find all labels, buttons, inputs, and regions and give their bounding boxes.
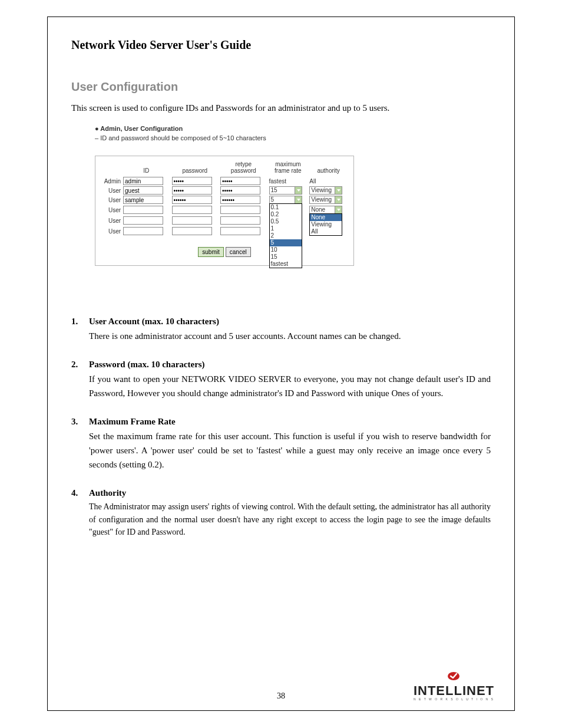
chevron-down-icon[interactable] — [335, 186, 342, 195]
dropdown-option[interactable]: 2 — [270, 232, 302, 239]
screenshot-heading: ● Admin, User Configuration — [95, 125, 354, 132]
col-maxrate: maximumframe rate — [268, 161, 309, 176]
id-input[interactable] — [123, 216, 163, 225]
row-label: User — [100, 205, 122, 215]
brand-tagline: N E T W O R K S O L U T I O N S — [414, 697, 494, 701]
item-body: There is one administrator account and 5… — [89, 329, 491, 343]
table-row: UserNoneNoneViewingAll — [100, 205, 349, 215]
list-item: 4.AuthorityThe Administrator may assign … — [71, 488, 491, 539]
password-input[interactable] — [172, 206, 212, 214]
dropdown-option[interactable]: 0.1 — [270, 204, 302, 211]
password-input[interactable] — [172, 227, 212, 235]
row-label: User — [100, 195, 122, 205]
id-input[interactable] — [123, 227, 163, 235]
dropdown-option[interactable]: 0.5 — [270, 218, 302, 225]
frame-rate-select[interactable]: 15 — [269, 186, 302, 195]
item-body: If you want to open your NETWORK VIDEO S… — [89, 372, 491, 400]
password-input[interactable] — [172, 177, 212, 185]
retype-password-input[interactable] — [220, 206, 260, 214]
chevron-down-icon[interactable] — [335, 206, 342, 214]
id-input[interactable] — [123, 177, 163, 185]
col-authority: authority — [308, 161, 349, 176]
section-title: User Configuration — [71, 80, 491, 94]
item-number: 4. — [71, 488, 78, 498]
config-panel: ID password retypepassword maximumframe … — [95, 156, 354, 266]
embedded-screenshot: ● Admin, User Configuration – ID and pas… — [95, 125, 354, 266]
retype-password-input[interactable] — [220, 216, 260, 225]
brand-name: INTELLINET — [414, 684, 494, 697]
dropdown-option[interactable]: Viewing — [310, 221, 342, 228]
screenshot-subtext: – ID and password should be composed of … — [95, 134, 354, 141]
list-item: 1.User Account (max. 10 characters)There… — [71, 317, 491, 343]
dropdown-option[interactable]: 1 — [270, 225, 302, 232]
retype-password-input[interactable] — [220, 186, 260, 195]
row-label: User — [100, 215, 122, 226]
logo-mark-icon — [447, 671, 460, 681]
row-label: User — [100, 186, 122, 195]
submit-button[interactable]: submit — [198, 247, 223, 257]
col-retype: retypepassword — [219, 161, 267, 176]
item-number: 2. — [71, 360, 78, 370]
list-item: 3.Maximum Frame RateSet the maximum fram… — [71, 417, 491, 472]
authority-select[interactable]: NoneNoneViewingAll — [309, 206, 342, 214]
dropdown-option[interactable]: 10 — [270, 246, 302, 253]
cancel-button[interactable]: cancel — [226, 247, 251, 257]
id-input[interactable] — [123, 206, 163, 214]
frame-rate-select[interactable]: 50.10.20.51251015fastest — [269, 196, 302, 204]
retype-password-input[interactable] — [220, 177, 260, 185]
col-password: password — [171, 161, 219, 176]
row-label: User — [100, 226, 122, 236]
item-body: Set the maximum frame rate for this user… — [89, 429, 491, 472]
dropdown-option[interactable]: 5 — [270, 239, 302, 246]
chevron-down-icon[interactable] — [295, 196, 302, 204]
authority-dropdown-list[interactable]: NoneViewingAll — [309, 213, 342, 236]
document-title: Network Video Server User's Guide — [71, 38, 491, 52]
brand-logo: INTELLINET N E T W O R K S O L U T I O N… — [414, 671, 494, 701]
frame-rate-dropdown-list[interactable]: 0.10.20.51251015fastest — [269, 203, 302, 268]
dropdown-option[interactable]: All — [310, 228, 342, 235]
user-config-table: ID password retypepassword maximumframe … — [100, 161, 349, 236]
table-row: AdminfastestAll — [100, 176, 349, 186]
table-row: User50.10.20.51251015fastestViewing — [100, 195, 349, 205]
password-input[interactable] — [172, 196, 212, 204]
authority-select[interactable]: Viewing — [309, 186, 342, 195]
button-row: submit cancel — [100, 247, 349, 257]
id-input[interactable] — [123, 196, 163, 204]
item-number: 3. — [71, 417, 78, 427]
table-row: User15Viewing — [100, 186, 349, 195]
dropdown-option[interactable]: None — [310, 214, 342, 221]
id-input[interactable] — [123, 186, 163, 195]
chevron-down-icon[interactable] — [335, 196, 342, 204]
row-label: Admin — [100, 176, 122, 186]
retype-password-input[interactable] — [220, 227, 260, 235]
password-input[interactable] — [172, 216, 212, 225]
password-input[interactable] — [172, 186, 212, 195]
item-title: Authority — [89, 488, 491, 498]
retype-password-input[interactable] — [220, 196, 260, 204]
list-item: 2.Password (max. 10 characters)If you wa… — [71, 360, 491, 400]
item-title: User Account (max. 10 characters) — [89, 317, 491, 327]
dropdown-option[interactable]: 15 — [270, 253, 302, 261]
numbered-list: 1.User Account (max. 10 characters)There… — [71, 317, 491, 539]
dropdown-option[interactable]: 0.2 — [270, 211, 302, 218]
item-title: Password (max. 10 characters) — [89, 360, 491, 370]
authority-value: All — [308, 176, 349, 186]
intro-paragraph: This screen is used to configure IDs and… — [71, 103, 491, 113]
chevron-down-icon[interactable] — [295, 186, 302, 195]
item-body: The Administrator may assign users' righ… — [89, 500, 491, 539]
authority-select[interactable]: Viewing — [309, 196, 342, 204]
item-title: Maximum Frame Rate — [89, 417, 491, 427]
col-id: ID — [122, 161, 170, 176]
item-number: 1. — [71, 317, 78, 327]
frame-rate-value: fastest — [268, 176, 309, 186]
dropdown-option[interactable]: fastest — [270, 261, 302, 268]
